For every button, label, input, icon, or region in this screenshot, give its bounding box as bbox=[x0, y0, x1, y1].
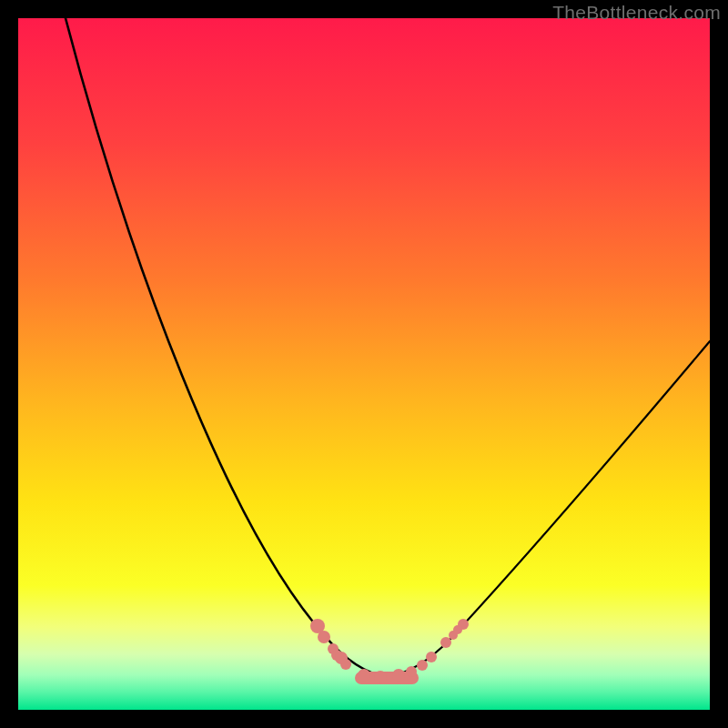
watermark-label: TheBottleneck.com bbox=[552, 2, 721, 24]
curve-left bbox=[66, 18, 387, 677]
marker-dot bbox=[358, 669, 370, 682]
curve-markers bbox=[310, 619, 469, 684]
marker-dot bbox=[335, 652, 348, 664]
marker-dot bbox=[318, 631, 330, 643]
marker-dot bbox=[417, 660, 428, 671]
marker-dot bbox=[406, 666, 417, 677]
marker-dot bbox=[392, 669, 405, 682]
curve-right bbox=[387, 341, 710, 677]
marker-dot bbox=[453, 625, 462, 634]
marker-dot bbox=[426, 652, 437, 662]
marker-dot bbox=[440, 637, 451, 648]
chart-frame bbox=[18, 18, 710, 710]
chart-curve-layer bbox=[18, 18, 710, 710]
curve-series bbox=[66, 18, 710, 677]
marker-dot bbox=[374, 671, 387, 683]
